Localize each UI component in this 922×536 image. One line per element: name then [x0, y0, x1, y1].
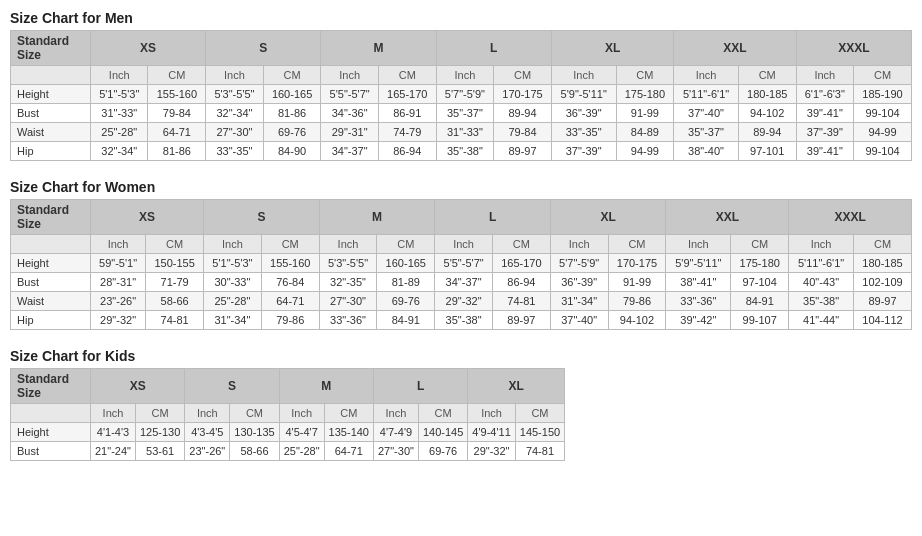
cell-value: 4'1-4'3 [91, 423, 136, 442]
women-subheader-row: Inch CM Inch CM Inch CM Inch CM Inch CM … [11, 235, 912, 254]
cell-value: 165-170 [492, 254, 550, 273]
cell-value: 28"-31" [91, 273, 146, 292]
cell-value: 69-76 [263, 123, 321, 142]
cell-value: 165-170 [378, 85, 436, 104]
cell-value: 39"-41" [796, 142, 853, 161]
cell-value: 86-94 [378, 142, 436, 161]
cell-value: 53-61 [135, 442, 184, 461]
cell-value: 38"-41" [666, 273, 731, 292]
row-label: Height [11, 254, 91, 273]
women-xxxl-inch: Inch [789, 235, 854, 254]
men-l-inch: Inch [436, 66, 493, 85]
cell-value: 97-104 [731, 273, 789, 292]
cell-value: 84-89 [616, 123, 674, 142]
cell-value: 35"-37" [674, 123, 739, 142]
cell-value: 33"-36" [666, 292, 731, 311]
cell-value: 94-102 [738, 104, 796, 123]
men-xxl-header: XXL [674, 31, 796, 66]
cell-value: 71-79 [146, 273, 204, 292]
men-body: Height5'1"-5'3"155-1605'3"-5'5"160-1655'… [11, 85, 912, 161]
men-m-header: M [321, 31, 436, 66]
row-label: Height [11, 85, 91, 104]
cell-value: 91-99 [608, 273, 666, 292]
cell-value: 36"-39" [550, 273, 608, 292]
table-row: Hip29"-32"74-8131"-34"79-8633"-36"84-913… [11, 311, 912, 330]
cell-value: 5'7"-5'9" [550, 254, 608, 273]
cell-value: 38"-40" [674, 142, 739, 161]
men-header-row: Standard Size XS S M L XL XXL XXXL [11, 31, 912, 66]
women-xxl-header: XXL [666, 200, 789, 235]
kids-xl-header: XL [468, 369, 565, 404]
cell-value: 99-104 [854, 104, 912, 123]
kids-m-inch: Inch [279, 404, 324, 423]
cell-value: 34"-36" [321, 104, 378, 123]
kids-l-inch: Inch [373, 404, 418, 423]
kids-section: Size Chart for Kids Standard Size XS S M… [10, 348, 912, 461]
women-s-header: S [204, 200, 320, 235]
cell-value: 5'7"-5'9" [436, 85, 493, 104]
kids-standard-size-header: Standard Size [11, 369, 91, 404]
cell-value: 86-94 [492, 273, 550, 292]
cell-value: 6'1"-6'3" [796, 85, 853, 104]
row-label: Hip [11, 311, 91, 330]
cell-value: 145-150 [515, 423, 564, 442]
cell-value: 84-91 [731, 292, 789, 311]
men-subheader-row: Inch CM Inch CM Inch CM Inch CM Inch CM … [11, 66, 912, 85]
kids-m-header: M [279, 369, 373, 404]
kids-xs-cm: CM [135, 404, 184, 423]
men-l-header: L [436, 31, 551, 66]
cell-value: 94-99 [854, 123, 912, 142]
women-title: Size Chart for Women [10, 179, 912, 195]
cell-value: 37"-39" [551, 142, 616, 161]
kids-xl-cm: CM [515, 404, 564, 423]
women-l-inch: Inch [435, 235, 493, 254]
cell-value: 89-94 [494, 104, 552, 123]
cell-value: 5'1"-5'3" [204, 254, 262, 273]
cell-value: 5'3"-5'5" [319, 254, 377, 273]
cell-value: 102-109 [854, 273, 912, 292]
cell-value: 40"-43" [789, 273, 854, 292]
men-subheader-label [11, 66, 91, 85]
men-title: Size Chart for Men [10, 10, 912, 26]
cell-value: 69-76 [418, 442, 467, 461]
cell-value: 140-145 [418, 423, 467, 442]
cell-value: 94-102 [608, 311, 666, 330]
cell-value: 86-91 [378, 104, 436, 123]
cell-value: 64-71 [324, 442, 373, 461]
cell-value: 97-101 [738, 142, 796, 161]
women-standard-size-header: Standard Size [11, 200, 91, 235]
table-row: Height4'1-4'3125-1304'3-4'5130-1354'5-4'… [11, 423, 565, 442]
kids-xl-inch: Inch [468, 404, 515, 423]
cell-value: 74-81 [515, 442, 564, 461]
kids-xs-header: XS [91, 369, 185, 404]
cell-value: 31"-34" [550, 292, 608, 311]
women-xxl-inch: Inch [666, 235, 731, 254]
cell-value: 99-107 [731, 311, 789, 330]
kids-subheader-label [11, 404, 91, 423]
kids-xs-inch: Inch [91, 404, 136, 423]
cell-value: 180-185 [854, 254, 912, 273]
kids-s-cm: CM [230, 404, 279, 423]
kids-m-cm: CM [324, 404, 373, 423]
cell-value: 64-71 [148, 123, 206, 142]
cell-value: 59"-5'1" [91, 254, 146, 273]
cell-value: 25"-28" [279, 442, 324, 461]
cell-value: 37"-40" [674, 104, 739, 123]
men-m-cm: CM [378, 66, 436, 85]
cell-value: 37"-39" [796, 123, 853, 142]
cell-value: 32"-35" [319, 273, 377, 292]
men-xl-inch: Inch [551, 66, 616, 85]
women-s-inch: Inch [204, 235, 262, 254]
cell-value: 35"-38" [436, 142, 493, 161]
cell-value: 79-86 [261, 311, 319, 330]
men-s-inch: Inch [206, 66, 263, 85]
men-xxl-cm: CM [738, 66, 796, 85]
table-row: Waist23"-26"58-6625"-28"64-7127"-30"69-7… [11, 292, 912, 311]
cell-value: 89-97 [494, 142, 552, 161]
cell-value: 33"-35" [551, 123, 616, 142]
cell-value: 74-81 [492, 292, 550, 311]
row-label: Bust [11, 273, 91, 292]
cell-value: 29"-32" [435, 292, 493, 311]
cell-value: 91-99 [616, 104, 674, 123]
women-xs-cm: CM [146, 235, 204, 254]
